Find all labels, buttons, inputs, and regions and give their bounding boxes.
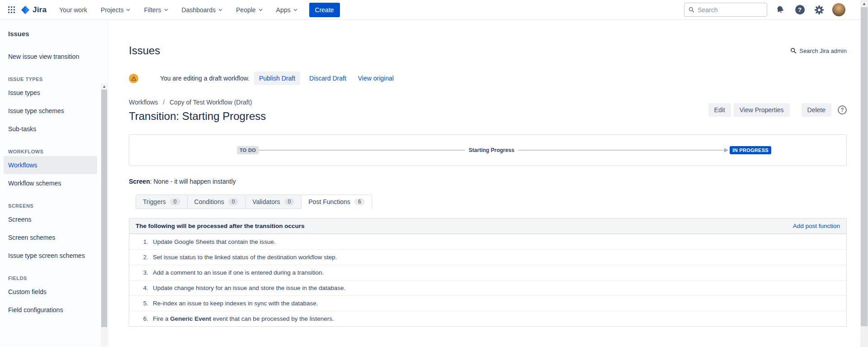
nav-your-work[interactable]: Your work [59, 6, 87, 14]
top-navigation-bar: Jira Your work Projects Filters Dashboar… [0, 0, 868, 20]
delete-button[interactable]: Delete [802, 103, 831, 117]
post-function-row: 6. Fire a Generic Event event that can b… [129, 311, 846, 326]
status-badge-in-progress: IN PROGRESS [730, 146, 771, 154]
sidebar-item-screen-schemes[interactable]: Screen schemes [4, 228, 97, 247]
chevron-down-icon [218, 9, 222, 11]
edit-button[interactable]: Edit [708, 103, 731, 117]
search-input[interactable] [698, 6, 763, 14]
question-circle-outline-icon[interactable]: ? [838, 105, 847, 114]
warning-triangle-icon [129, 74, 138, 83]
sidebar-item-new-issue-view-transition[interactable]: New issue view transition [4, 48, 97, 66]
sidebar-item-issue-types[interactable]: Issue types [4, 84, 97, 102]
question-circle-icon: ? [795, 5, 805, 14]
sidebar-section-issue-types: ISSUE TYPES [0, 66, 108, 84]
chevron-down-icon [259, 9, 263, 11]
sidebar-scrollbar-up-arrow[interactable]: ▲ [101, 83, 108, 90]
breadcrumb-workflows-link[interactable]: Workflows [129, 99, 158, 106]
main-content: Issues Search Jira admin You are editing… [108, 20, 868, 347]
chevron-down-icon [164, 9, 168, 11]
tab-count-badge: 0 [228, 198, 239, 205]
transition-tabs: Triggers 0 Conditions 0 Validators 0 Pos… [129, 195, 847, 209]
post-functions-header: The following will be processed after th… [136, 223, 305, 229]
transition-line [518, 150, 725, 151]
nav-apps[interactable]: Apps [276, 6, 297, 14]
post-function-row: 3. Add a comment to an issue if one is e… [129, 265, 846, 280]
sidebar-item-issue-type-schemes[interactable]: Issue type schemes [4, 102, 97, 120]
post-function-row: 4. Update change history for an issue an… [129, 280, 846, 295]
sidebar-item-workflows[interactable]: Workflows [4, 156, 97, 174]
discard-draft-link[interactable]: Discard Draft [309, 75, 346, 82]
tab-conditions[interactable]: Conditions 0 [187, 195, 246, 209]
primary-nav: Your work Projects Filters Dashboards Pe… [59, 6, 297, 14]
search-icon [689, 6, 694, 13]
topbar-right-controls: ? [684, 3, 845, 17]
nav-projects[interactable]: Projects [101, 6, 131, 14]
sidebar-section-screens: SCREENS [0, 192, 108, 210]
nav-filters[interactable]: Filters [144, 6, 168, 14]
grid-icon [8, 6, 15, 13]
sidebar-title: Issues [0, 30, 108, 38]
admin-sidebar: Issues New issue view transition ISSUE T… [0, 20, 108, 347]
post-function-row: 2. Set issue status to the linked status… [129, 249, 846, 265]
notifications-button[interactable] [774, 4, 787, 16]
view-properties-button[interactable]: View Properties [734, 103, 790, 117]
nav-dashboards[interactable]: Dashboards [182, 6, 223, 14]
sidebar-item-workflow-schemes[interactable]: Workflow schemes [4, 174, 97, 192]
sidebar-scrollbar-thumb[interactable] [101, 90, 107, 327]
app-switcher-grid-icon[interactable] [6, 5, 17, 15]
help-button[interactable]: ? [793, 4, 806, 16]
publish-draft-button[interactable]: Publish Draft [254, 71, 300, 85]
view-original-link[interactable]: View original [358, 75, 394, 82]
transition-label: Starting Progress [469, 147, 514, 153]
bell-icon [775, 4, 786, 15]
breadcrumb-current[interactable]: Copy of Test Workflow (Draft) [170, 99, 252, 106]
arrowhead-icon [724, 148, 728, 152]
tab-post-functions[interactable]: Post Functions 6 [301, 195, 372, 209]
tab-count-badge: 0 [170, 198, 180, 205]
add-post-function-link[interactable]: Add post function [793, 223, 840, 229]
sidebar-section-workflows: WORKFLOWS [0, 138, 108, 156]
global-search[interactable] [684, 3, 767, 17]
nav-people[interactable]: People [236, 6, 263, 14]
post-function-row: 1. Update Google Sheets that contain the… [129, 234, 846, 249]
transition-diagram: TO DO Starting Progress IN PROGRESS [129, 134, 847, 166]
sidebar-item-field-configurations[interactable]: Field configurations [4, 301, 97, 319]
status-badge-to-do: TO DO [237, 146, 259, 154]
transition-actions: Edit View Properties Delete ? [706, 103, 847, 117]
post-function-row: 5. Re-index an issue to keep indexes in … [129, 295, 846, 311]
sidebar-item-issue-type-screen-schemes[interactable]: Issue type screen schemes [4, 247, 97, 265]
gear-icon [814, 5, 824, 15]
chevron-down-icon [126, 9, 130, 11]
page-body: Issues New issue view transition ISSUE T… [0, 20, 868, 347]
draft-workflow-banner: You are editing a draft workflow. Publis… [129, 71, 847, 85]
sidebar-item-custom-fields[interactable]: Custom fields [4, 283, 97, 301]
jira-logo-text: Jira [33, 5, 47, 14]
settings-button[interactable] [813, 4, 826, 16]
tab-count-badge: 0 [284, 198, 295, 205]
search-icon [790, 48, 797, 54]
tab-validators[interactable]: Validators 0 [245, 195, 302, 209]
page-title: Issues [129, 43, 160, 58]
search-jira-admin-link[interactable]: Search Jira admin [790, 48, 847, 54]
user-avatar[interactable] [832, 3, 845, 16]
sidebar-scrollbar[interactable]: ▲ [101, 83, 108, 347]
sidebar-section-fields: FIELDS [0, 265, 108, 283]
jira-logo-icon [20, 5, 30, 15]
create-button[interactable]: Create [309, 3, 340, 17]
screen-note: Screen: None - it will happen instantly [129, 178, 847, 185]
breadcrumb-separator: / [163, 99, 165, 106]
post-functions-panel: The following will be processed after th… [129, 218, 847, 327]
transition-line [259, 150, 465, 151]
tab-triggers[interactable]: Triggers 0 [136, 195, 188, 209]
page-scrollbar[interactable]: ▲ [860, 0, 868, 347]
page-scrollbar-up-arrow[interactable]: ▲ [860, 0, 868, 7]
screen-note-label: Screen [129, 178, 150, 185]
screen-note-text: : None - it will happen instantly [150, 178, 236, 185]
chevron-down-icon [293, 9, 297, 11]
sidebar-item-sub-tasks[interactable]: Sub-tasks [4, 120, 97, 138]
page-scrollbar-thumb[interactable] [861, 7, 868, 326]
sidebar-item-screens[interactable]: Screens [4, 210, 97, 228]
jira-logo[interactable]: Jira [20, 5, 47, 15]
sidebar-nav: New issue view transition ISSUE TYPES Is… [0, 48, 108, 319]
draft-banner-message: You are editing a draft workflow. [160, 75, 250, 82]
